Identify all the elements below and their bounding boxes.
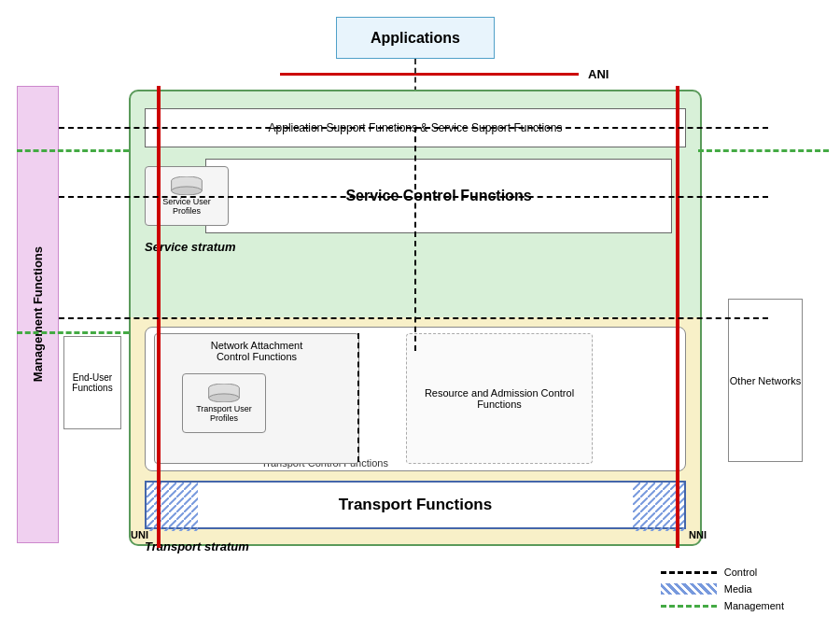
diagram-container: Applications ANI Management Functions Ap…	[0, 0, 840, 630]
control-line-3	[59, 317, 768, 319]
racf-label: Resource and Admission Control Functions	[407, 382, 592, 415]
svg-point-4	[172, 187, 203, 195]
svg-rect-11	[147, 483, 198, 531]
legend-control-label: Control	[724, 567, 757, 578]
nni-label: NNI	[689, 529, 707, 540]
control-vline-1	[414, 127, 416, 351]
transport-user-profiles-label: Transport User Profiles	[196, 404, 252, 423]
transport-user-profiles-icon	[205, 384, 243, 402]
control-vline-2	[357, 333, 359, 462]
racf-box: Resource and Admission Control Functions	[406, 333, 593, 464]
svg-point-9	[209, 394, 240, 402]
legend-media-item: Media	[661, 583, 784, 595]
management-line-2	[17, 331, 129, 334]
legend-management-label: Management	[724, 600, 784, 611]
end-user-box: End-User Functions	[63, 336, 121, 429]
service-user-profiles-icon	[168, 176, 205, 195]
other-networks-label: Other Networks	[730, 375, 801, 386]
legend-media-line	[661, 583, 717, 595]
transport-user-profiles-box: Transport User Profiles	[182, 373, 266, 433]
ani-label: ANI	[588, 67, 609, 81]
nacf-title: Network Attachment Control Functions	[155, 334, 358, 364]
management-line-3	[698, 149, 829, 152]
control-line-1	[59, 127, 768, 129]
legend: Control Media Management	[661, 567, 784, 611]
transport-functions-box: Transport Functions	[145, 481, 686, 529]
end-user-label: End-User Functions	[72, 372, 112, 393]
legend-control-line	[661, 571, 717, 574]
management-functions-label: Management Functions	[31, 246, 45, 382]
applications-box: Applications	[336, 17, 495, 59]
legend-media-label: Media	[724, 583, 752, 595]
applications-label: Applications	[371, 30, 460, 47]
control-line-2	[59, 196, 768, 198]
other-networks-box: Other Networks	[728, 299, 803, 462]
legend-control-item: Control	[661, 567, 784, 578]
transport-functions-label: Transport Functions	[339, 496, 492, 514]
legend-management-item: Management	[661, 600, 784, 611]
hatch-left-svg	[147, 483, 198, 531]
uni-label: UNI	[131, 529, 148, 540]
management-functions-box: Management Functions	[17, 86, 59, 543]
ani-line	[280, 73, 579, 76]
legend-management-line	[661, 605, 717, 608]
service-user-profiles-label: Service User Profiles	[162, 197, 211, 216]
management-line-1	[17, 149, 129, 152]
